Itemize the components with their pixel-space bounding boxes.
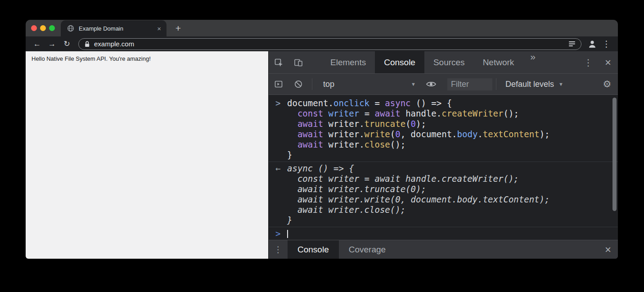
- window-controls: [31, 25, 55, 31]
- more-tabs-icon[interactable]: »: [523, 51, 543, 73]
- console-entry-result: ←async () => { const writer = await hand…: [269, 162, 618, 227]
- reading-list-icon[interactable]: [568, 41, 576, 47]
- drawer-menu-icon[interactable]: ⋮: [269, 244, 288, 255]
- console-entry-marker: >: [269, 98, 287, 160]
- address-bar[interactable]: example.com: [78, 38, 581, 50]
- back-icon[interactable]: ←: [30, 40, 44, 48]
- scrollbar-thumb[interactable]: [612, 98, 617, 211]
- devtools-panel: Elements Console Sources Network » ⋮ ×: [268, 51, 618, 259]
- console-toolbar: top ▼ Default levels ▼: [269, 74, 618, 95]
- tab-elements[interactable]: Elements: [321, 51, 375, 73]
- devtools-tabs: Elements Console Sources Network »: [321, 51, 543, 73]
- gear-icon[interactable]: ⚙: [597, 74, 617, 94]
- chevron-down-icon: ▼: [558, 81, 563, 87]
- levels-label: Default levels: [505, 80, 554, 89]
- devtools-menu-icon[interactable]: ⋮: [578, 51, 598, 73]
- drawer-tab-coverage[interactable]: Coverage: [339, 240, 396, 259]
- drawer-close-icon[interactable]: ×: [598, 240, 618, 259]
- close-window-button[interactable]: [31, 25, 37, 31]
- tab-title: Example Domain: [79, 25, 153, 32]
- console-entry-marker: ←: [269, 163, 287, 225]
- browser-window: Example Domain × + ← → ↻ example.com: [26, 20, 618, 259]
- reload-icon[interactable]: ↻: [60, 40, 74, 48]
- tab-strip: Example Domain × +: [26, 20, 618, 36]
- toolbar-divider: [496, 78, 496, 90]
- console-entry-input: >document.onclick = async () => { const …: [269, 97, 618, 162]
- tab-console[interactable]: Console: [375, 51, 424, 73]
- tab-network[interactable]: Network: [474, 51, 523, 73]
- toolbar-divider: [312, 78, 312, 90]
- profile-avatar-icon[interactable]: [586, 40, 599, 48]
- browser-tab[interactable]: Example Domain ×: [61, 20, 167, 36]
- browser-menu-icon[interactable]: ⋮: [599, 40, 613, 48]
- page-body-text: Hello Native File System API. You're ama…: [32, 55, 151, 62]
- chevron-down-icon: ▼: [411, 81, 416, 87]
- console-log: >document.onclick = async () => { const …: [269, 97, 618, 240]
- drawer-tab-console[interactable]: Console: [288, 240, 339, 259]
- default-levels-dropdown[interactable]: Default levels ▼: [505, 80, 563, 89]
- tab-close-icon[interactable]: ×: [157, 25, 161, 32]
- context-label: top: [323, 80, 334, 89]
- clear-console-icon[interactable]: [288, 74, 308, 94]
- web-page: Hello Native File System API. You're ama…: [26, 51, 268, 259]
- filter-input[interactable]: [447, 78, 492, 90]
- device-toolbar-icon[interactable]: [288, 51, 308, 73]
- lock-icon[interactable]: [84, 40, 90, 48]
- console-entry-code[interactable]: [287, 229, 288, 239]
- url-text: example.com: [94, 40, 134, 48]
- tab-sources[interactable]: Sources: [424, 51, 474, 73]
- minimize-window-button[interactable]: [40, 25, 46, 31]
- devtools-close-icon[interactable]: ×: [598, 51, 618, 73]
- inspect-element-icon[interactable]: [269, 51, 288, 73]
- console-sidebar-icon[interactable]: [269, 74, 288, 94]
- new-tab-button[interactable]: +: [172, 22, 184, 34]
- eye-icon[interactable]: [421, 74, 441, 94]
- text-cursor: [287, 230, 288, 238]
- devtools-tabbar: Elements Console Sources Network » ⋮ ×: [269, 51, 618, 74]
- console-messages[interactable]: >document.onclick = async () => { const …: [269, 95, 618, 240]
- console-entry-marker: >: [269, 229, 287, 239]
- screenshot-stage: Example Domain × + ← → ↻ example.com: [0, 0, 644, 292]
- forward-icon[interactable]: →: [45, 40, 59, 48]
- devtools-drawer: ⋮ Console Coverage ×: [269, 240, 618, 259]
- console-entry-code: document.onclick = async () => { const w…: [287, 98, 550, 160]
- execution-context-selector[interactable]: top ▼: [319, 74, 421, 94]
- console-entry-prompt: >: [269, 227, 618, 240]
- browser-toolbar: ← → ↻ example.com: [26, 36, 618, 51]
- window-content: Hello Native File System API. You're ama…: [26, 51, 618, 259]
- maximize-window-button[interactable]: [49, 25, 55, 31]
- console-entry-code: async () => { const writer = await handl…: [287, 163, 549, 225]
- globe-favicon-icon: [67, 25, 74, 32]
